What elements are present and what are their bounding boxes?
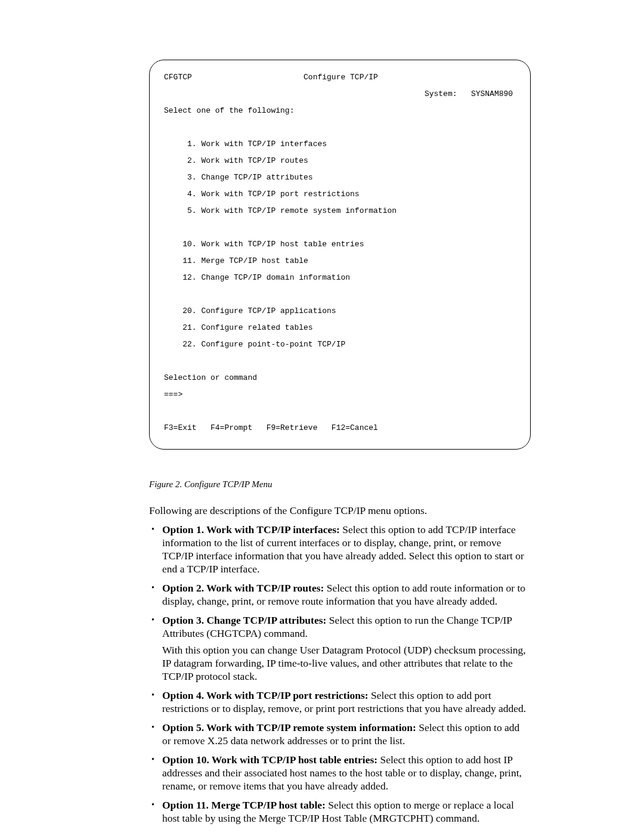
option-title: Option 3. Change TCP/IP attributes: (162, 614, 326, 626)
menu-item: 4. Work with TCP/IP port restrictions (164, 190, 516, 199)
menu-item-12: 12. Change TCP/IP domain information (182, 273, 350, 282)
option-extra-paragraph: With this option you can change User Dat… (162, 643, 531, 683)
spacer (164, 89, 425, 98)
option-title: Option 1. Work with TCP/IP interfaces: (162, 524, 340, 535)
option-item-2: Option 2. Work with TCP/IP routes: Selec… (149, 581, 531, 608)
options-list: Option 1. Work with TCP/IP interfaces: S… (149, 523, 531, 833)
terminal-system-line: System: SYSNAM890 (164, 90, 516, 98)
menu-item-10: 10. Work with TCP/IP host table entries (182, 240, 364, 249)
blank-line (164, 224, 516, 232)
option-item-4: Option 4. Work with TCP/IP port restrict… (149, 689, 531, 715)
menu-item-4: 4. Work with TCP/IP port restrictions (182, 190, 359, 199)
terminal-command: CFGTCP (164, 73, 192, 82)
intro-paragraph: Following are descriptions of the Config… (149, 504, 531, 517)
option-title: Option 5. Work with TCP/IP remote system… (162, 721, 416, 733)
option-item-12: Option 12. Change TCP/IP domain informat… (149, 831, 531, 833)
option-item-3: Option 3. Change TCP/IP attributes: Sele… (149, 614, 531, 683)
system-label: System: (425, 89, 457, 98)
system-name: SYSNAM890 (471, 89, 513, 98)
menu-item-3: 3. Change TCP/IP attributes (182, 173, 312, 182)
option-title: Option 10. Work with TCP/IP host table e… (162, 754, 377, 766)
menu-item: 3. Change TCP/IP attributes (164, 174, 516, 182)
menu-item: 21. Configure related tables (164, 324, 516, 332)
spacer (192, 73, 304, 82)
terminal-panel: CFGTCP Configure TCP/IP System: SYSNAM89… (149, 60, 531, 450)
terminal-title: Configure TCP/IP (304, 73, 378, 82)
menu-item: 11. Merge TCP/IP host table (164, 257, 516, 265)
spacer (457, 89, 470, 98)
function-keys: F3=Exit F4=Prompt F9=Retrieve F12=Cancel (164, 424, 516, 432)
selection-label: Selection or command (164, 374, 516, 382)
prompt-marker[interactable]: ===> (164, 391, 516, 399)
menu-item: 22. Configure point-to-point TCP/IP (164, 340, 516, 349)
menu-item-20: 20. Configure TCP/IP applications (182, 306, 336, 315)
menu-item-22: 22. Configure point-to-point TCP/IP (182, 340, 345, 349)
blank-line (164, 357, 516, 366)
select-prompt: Select one of the following: (164, 107, 516, 115)
blank-line (164, 123, 516, 132)
menu-item: 1. Work with TCP/IP interfaces (164, 140, 516, 148)
menu-item: 20. Configure TCP/IP applications (164, 307, 516, 315)
option-item-10: Option 10. Work with TCP/IP host table e… (149, 753, 531, 792)
option-title: Option 4. Work with TCP/IP port restrict… (162, 689, 369, 701)
option-title: Option 11. Merge TCP/IP host table: (162, 799, 326, 811)
figure-caption: Figure 2. Configure TCP/IP Menu (149, 479, 531, 490)
menu-item-11: 11. Merge TCP/IP host table (182, 256, 308, 265)
menu-item: 10. Work with TCP/IP host table entries (164, 240, 516, 249)
menu-item: 5. Work with TCP/IP remote system inform… (164, 207, 516, 215)
option-item-11: Option 11. Merge TCP/IP host table: Sele… (149, 798, 531, 825)
menu-item-21: 21. Configure related tables (182, 323, 312, 332)
option-item-5: Option 5. Work with TCP/IP remote system… (149, 721, 531, 747)
blank-line (164, 290, 516, 299)
menu-item-1: 1. Work with TCP/IP interfaces (182, 140, 327, 148)
option-title: Option 2. Work with TCP/IP routes: (162, 582, 324, 594)
menu-item-2: 2. Work with TCP/IP routes (182, 156, 308, 165)
terminal-header-line: CFGTCP Configure TCP/IP (164, 73, 516, 82)
menu-item-5: 5. Work with TCP/IP remote system inform… (182, 206, 397, 215)
option-item-1: Option 1. Work with TCP/IP interfaces: S… (149, 523, 531, 575)
blank-line (164, 407, 516, 416)
menu-item: 2. Work with TCP/IP routes (164, 157, 516, 165)
menu-item: 12. Change TCP/IP domain information (164, 274, 516, 282)
